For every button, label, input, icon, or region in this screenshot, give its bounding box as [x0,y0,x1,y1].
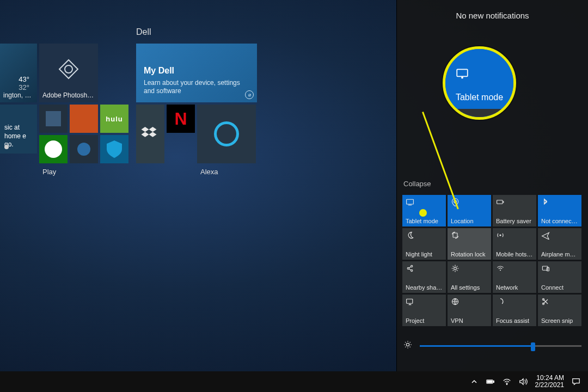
svg-rect-8 [497,200,503,204]
quick-action-label: VPN [451,317,488,324]
quick-action-airplane[interactable]: Airplane mode [538,228,581,260]
brightness-slider[interactable] [403,340,581,351]
quick-action-share[interactable]: Nearby sharing [402,261,446,293]
group-label-dell: Dell [136,27,261,37]
svg-rect-19 [407,299,413,303]
share-icon [406,264,443,273]
battery-icon [496,198,533,206]
svg-point-11 [499,234,501,236]
quick-action-label: All settings [451,284,488,291]
vpn-icon [451,297,488,306]
connect-icon [541,264,578,273]
tile-groove-music[interactable]: sic at home e go. [0,105,37,154]
brightness-track[interactable] [420,345,581,347]
taskbar: 10:24 AM 2/22/2021 [0,371,588,392]
tray-chevron-icon[interactable] [470,377,479,386]
volume-icon[interactable] [519,377,528,386]
svg-point-1 [65,65,72,73]
tile-photoshop[interactable]: Adobe Photoshop... [39,44,98,102]
weather-city: ington, D.C. [3,91,34,99]
quick-action-focus[interactable]: Focus assist [493,295,536,326]
callout-origin-dot [419,209,427,217]
svg-point-3 [45,140,62,158]
quick-action-label: Tablet mode [406,218,443,224]
bluetooth-icon [541,198,578,206]
snip-icon [541,297,578,306]
mydell-title: My Dell [144,66,249,76]
mydell-desc: Learn about your device, settings and so… [144,79,249,96]
quick-action-hotspot[interactable]: Mobile hotspot [493,228,536,260]
quick-action-wifi[interactable]: Network [493,261,536,293]
quick-action-label: Battery saver [496,218,533,224]
svg-point-4 [77,143,90,156]
start-tiles-area: Dell 43° 32° ington, D.C. Adobe Photosho… [0,27,261,41]
music-icon [4,145,9,149]
moon-icon [406,231,443,240]
svg-point-15 [454,267,457,270]
svg-rect-10 [453,233,457,237]
quick-action-project[interactable]: Project [402,295,446,326]
quick-action-label: Project [406,317,443,324]
quick-action-label: Connect [541,284,578,291]
tablet-icon [455,66,469,81]
quick-action-settings[interactable]: All settings [448,261,491,293]
weather-temps: 43° 32° [3,75,34,91]
callout-tablet-tile: Tablet mode [445,49,513,109]
hotspot-icon [496,231,533,240]
tile-app-generic-4[interactable] [100,135,128,163]
svg-point-23 [406,343,409,346]
quick-action-label: Night light [406,251,443,258]
wifi-icon [496,264,533,273]
quick-action-rotation[interactable]: Rotation lock [448,228,491,260]
shield-icon [103,138,125,160]
action-center-header: No new notifications [397,0,588,20]
tile-weather[interactable]: 43° 32° ington, D.C. [0,44,37,102]
tile-netflix[interactable]: N [167,105,195,133]
collapse-button[interactable]: Collapse [403,180,431,188]
svg-rect-2 [46,111,61,126]
svg-rect-24 [457,69,468,76]
photoshop-label: Adobe Photoshop... [42,91,95,99]
callout-label: Tablet mode [451,93,508,102]
quick-action-moon[interactable]: Night light [402,228,446,260]
tile-xbox[interactable] [39,135,68,163]
tile-alexa[interactable] [197,105,256,163]
tile-dropbox[interactable] [136,105,164,163]
tile-app-generic-2[interactable] [70,105,98,133]
quick-action-connect[interactable]: Connect [538,261,581,293]
weather-lo: 32° [3,83,29,91]
photoshop-icon [42,47,95,91]
app-icon-3 [73,138,95,160]
focus-icon [496,297,533,306]
dropbox-icon [139,108,161,160]
quick-action-bluetooth[interactable]: Not connected [538,195,581,226]
quick-action-battery[interactable]: Battery saver [493,195,536,226]
action-center-icon[interactable] [572,377,580,386]
quick-action-label: Focus assist [496,317,533,324]
xbox-icon [42,138,64,160]
quick-action-snip[interactable]: Screen snip [538,295,581,326]
tile-app-generic-3[interactable] [70,135,98,163]
svg-rect-9 [503,201,504,203]
quick-action-vpn[interactable]: VPN [448,295,491,326]
taskbar-clock[interactable]: 10:24 AM 2/22/2021 [535,375,564,389]
tile-my-dell[interactable]: My Dell Learn about your device, setting… [136,44,257,102]
svg-point-25 [462,77,463,78]
tile-hulu[interactable]: hulu [100,105,128,133]
app-icon [42,108,64,130]
dell-logo-icon: ⌀ [245,90,254,99]
tile-app-generic-1[interactable] [39,105,68,133]
quick-action-label: Not connected [541,218,578,224]
clock-date: 2/22/2021 [535,382,564,389]
svg-rect-0 [59,60,78,78]
hulu-label: hulu [106,115,122,123]
quick-action-label: Mobile hotspot [496,251,533,258]
quick-action-label: Nearby sharing [406,284,443,291]
quick-action-label: Screen snip [541,317,578,324]
svg-rect-27 [493,381,494,382]
tablet-icon [406,198,443,206]
settings-icon [451,264,488,273]
battery-icon[interactable] [486,377,495,386]
wifi-icon[interactable] [503,377,511,386]
airplane-icon [541,231,578,240]
